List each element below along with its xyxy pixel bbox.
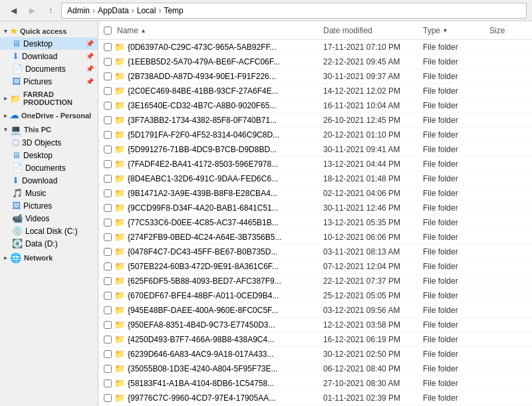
- folder-icon: 📁: [114, 188, 125, 198]
- sidebar-item-pictures-pinned[interactable]: 🖼 Pictures 📌: [0, 75, 98, 88]
- row-checkbox[interactable]: [101, 43, 114, 51]
- table-row[interactable]: 📁 {670EDF67-BFE4-48BF-A011-0CED9B4... 25…: [98, 288, 532, 303]
- row-checkbox[interactable]: [101, 102, 114, 110]
- file-date: 22-12-2021 07:37 PM: [323, 276, 423, 286]
- column-name[interactable]: Name ▲: [114, 26, 323, 35]
- table-row[interactable]: 📁 {507EB224-60B3-472D-9E91-8A361C6F... 0…: [98, 259, 532, 274]
- table-row[interactable]: 📁 {3E16540E-CD32-4B7C-A8B0-9020F65... 16…: [98, 98, 532, 113]
- file-type: File folder: [423, 350, 489, 359]
- table-row[interactable]: 📁 {5D991276-71BB-4DC9-B7CB-D9D8BD... 30-…: [98, 142, 532, 157]
- table-row[interactable]: 📁 {945E48BF-DAEE-400A-960E-8FC0C5F... 03…: [98, 303, 532, 318]
- row-checkbox[interactable]: [101, 58, 114, 66]
- table-row[interactable]: 📁 {625F6DF5-5B88-4093-BED7-AFC387F9... 2…: [98, 274, 532, 288]
- select-all-checkbox[interactable]: [104, 27, 112, 35]
- folder-icon: 📁: [114, 276, 125, 286]
- sidebar-item-local-disk[interactable]: 💿 Local Disk (C:): [0, 225, 98, 237]
- file-type: File folder: [423, 43, 489, 52]
- file-type: File folder: [423, 189, 489, 198]
- sidebar-item-download[interactable]: ⬇ Download: [0, 174, 98, 187]
- table-row[interactable]: 📁 {6239D646-6A83-4AC9-9A18-017A433... 30…: [98, 347, 532, 361]
- up-button[interactable]: ↑: [43, 3, 59, 19]
- file-date: 13-12-2021 04:44 PM: [323, 159, 423, 169]
- row-checkbox[interactable]: [101, 365, 114, 373]
- row-checkbox[interactable]: [101, 160, 114, 168]
- row-checkbox[interactable]: [101, 277, 114, 285]
- file-type: File folder: [423, 116, 489, 125]
- row-checkbox[interactable]: [101, 292, 114, 300]
- row-checkbox[interactable]: [101, 175, 114, 183]
- address-path[interactable]: Admin › AppData › Local › Temp: [61, 3, 527, 19]
- folder-icon: 📁: [114, 173, 125, 183]
- file-name: {507EB224-60B3-472D-9E91-8A361C6F...: [128, 262, 323, 271]
- table-row[interactable]: 📁 {99776C7C-9960-4CD7-97E4-17905AA... 01…: [98, 391, 532, 405]
- row-checkbox[interactable]: [101, 189, 114, 197]
- folder-icon: 📁: [114, 363, 125, 373]
- table-row[interactable]: 📁 {58183F41-A1BA-4104-8DB6-1C54758... 27…: [98, 376, 532, 391]
- sidebar-item-videos[interactable]: 📹 Videos: [0, 212, 98, 225]
- table-row[interactable]: 📁 {1EEBB5D2-5A70-479A-BE6F-ACFC06F... 22…: [98, 54, 532, 69]
- network-header[interactable]: ▸ 🌐 Network: [0, 250, 98, 264]
- table-row[interactable]: 📁 {9CCD99F8-D34F-4A20-BAB1-6841C51... 30…: [98, 201, 532, 215]
- sidebar-item-documents[interactable]: 📄 Documents: [0, 161, 98, 174]
- row-checkbox[interactable]: [101, 146, 114, 153]
- row-checkbox[interactable]: [101, 248, 114, 256]
- header-checkbox[interactable]: [101, 27, 114, 35]
- row-checkbox[interactable]: [101, 219, 114, 227]
- row-checkbox[interactable]: [101, 72, 114, 80]
- row-checkbox[interactable]: [101, 321, 114, 329]
- table-row[interactable]: 📁 {5D1791FA-F2F0-4F52-8314-046C9C8D... 2…: [98, 128, 532, 142]
- onedrive-header[interactable]: ▸ ☁ OneDrive - Personal: [0, 108, 98, 122]
- row-checkbox[interactable]: [101, 262, 114, 270]
- table-row[interactable]: 📁 {2C0EC469-84BE-41BB-93CF-27A6F4E... 14…: [98, 84, 532, 98]
- desktop-icon: 🖥: [12, 150, 21, 160]
- sidebar-item-documents-pinned[interactable]: 📄 Documents 📌: [0, 62, 98, 75]
- sidebar-item-3d-objects[interactable]: ⬡ 3D Objects: [0, 136, 98, 149]
- row-checkbox[interactable]: [101, 204, 114, 212]
- column-size[interactable]: Size: [489, 26, 529, 35]
- forward-button[interactable]: ▶: [24, 3, 40, 19]
- table-row[interactable]: 📁 {274F2FB9-0BED-4C24-A64E-3B7356B5... 1…: [98, 230, 532, 245]
- file-date: 02-12-2021 04:06 PM: [323, 189, 423, 198]
- column-type[interactable]: Type ▼: [423, 26, 489, 35]
- sidebar-item-label: Download: [22, 176, 94, 185]
- sidebar-item-download-pinned[interactable]: ⬇ Download 📌: [0, 50, 98, 62]
- row-checkbox[interactable]: [101, 116, 114, 124]
- table-row[interactable]: 📁 {3F7A3BB2-1734-4382-85F8-0F740B71... 2…: [98, 113, 532, 128]
- file-date: 13-12-2021 05:35 PM: [323, 218, 423, 227]
- table-row[interactable]: 📁 {4250D493-B7F7-466A-98B8-438A9C4... 16…: [98, 332, 532, 347]
- table-row[interactable]: 📁 {8D4EABC1-32D6-491C-9DAA-FED6C6... 18-…: [98, 171, 532, 186]
- table-row[interactable]: 📁 {77C533C6-D0EE-4C85-AC37-4465B1B... 13…: [98, 215, 532, 230]
- table-row[interactable]: 📁 {0D6397A0-C29C-473C-965A-5AB92FF... 17…: [98, 40, 532, 54]
- row-checkbox[interactable]: [101, 131, 114, 139]
- sidebar-item-music[interactable]: 🎵 Music: [0, 187, 98, 199]
- sidebar-item-data-disk[interactable]: 💽 Data (D:): [0, 237, 98, 250]
- pictures-icon: 🖼: [12, 76, 21, 86]
- desktop-icon: 🖥: [12, 39, 21, 49]
- sidebar-item-desktop[interactable]: 🖥 Desktop: [0, 149, 98, 161]
- quick-access-header[interactable]: ▾ ★ Quick access: [0, 24, 98, 37]
- farrad-header[interactable]: ▸ 📁 FARRAD PRODUCTION: [0, 88, 98, 108]
- table-row[interactable]: 📁 {9B1471A2-3A9E-439B-B8F8-E28CBA4... 02…: [98, 186, 532, 201]
- table-row[interactable]: 📁 {35055B08-1D3E-4240-A804-5F95F73E... 0…: [98, 361, 532, 376]
- row-checkbox[interactable]: [101, 306, 114, 314]
- sidebar-item-desktop-pinned[interactable]: 🖥 Desktop 📌: [0, 37, 98, 50]
- back-button[interactable]: ◀: [5, 3, 21, 19]
- table-row[interactable]: 📁 {2B738ADD-A87D-4934-90E1-F91F226... 30…: [98, 69, 532, 84]
- file-type: File folder: [423, 203, 489, 213]
- this-pc-header[interactable]: ▾ 💻 This PC: [0, 122, 98, 136]
- path-admin: Admin: [67, 6, 90, 15]
- file-type: File folder: [423, 218, 489, 227]
- row-checkbox[interactable]: [101, 336, 114, 344]
- table-row[interactable]: 📁 {7FADF4E2-BA41-4172-8503-596E7978... 1…: [98, 157, 532, 171]
- sidebar-item-pictures[interactable]: 🖼 Pictures: [0, 199, 98, 212]
- row-checkbox[interactable]: [101, 233, 114, 241]
- column-date[interactable]: Date modified: [323, 26, 423, 35]
- file-type: File folder: [423, 72, 489, 81]
- row-checkbox[interactable]: [101, 394, 114, 402]
- row-checkbox[interactable]: [101, 379, 114, 387]
- table-row[interactable]: 📁 {0478F4C7-DC43-45FF-BE67-B0B735D... 03…: [98, 245, 532, 259]
- table-row[interactable]: 📁 {950EFA8-8351-4B4D-9C73-E77450D3... 12…: [98, 318, 532, 332]
- file-type: File folder: [423, 320, 489, 330]
- row-checkbox[interactable]: [101, 350, 114, 358]
- row-checkbox[interactable]: [101, 87, 114, 95]
